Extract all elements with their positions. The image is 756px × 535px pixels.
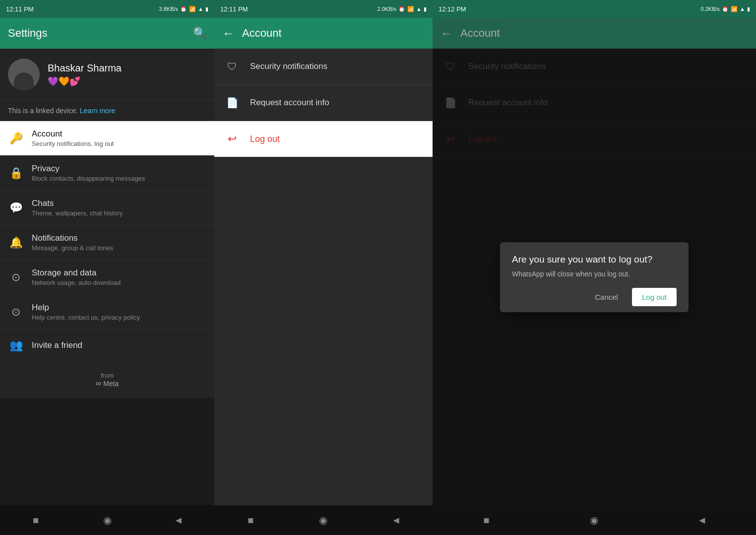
nav-bar-1: ■ ◉ ◄ <box>0 505 214 535</box>
nav-bar-3: ■ ◉ ◄ <box>433 505 756 535</box>
chat-icon: 💬 <box>8 200 24 216</box>
profile-info: Bhaskar Sharma 💜🧡💕 <box>48 63 122 87</box>
dialog-overlay: Are you sure you want to log out? WhatsA… <box>433 49 756 505</box>
linked-device-text: This is a linked device. <box>8 107 78 115</box>
nav-bar-2: ■ ◉ ◄ <box>214 505 433 535</box>
profile-name: Bhaskar Sharma <box>48 63 122 74</box>
back-button-2[interactable]: ← <box>222 26 234 40</box>
status-time-2: 12:11 PM <box>220 5 248 13</box>
account-subtitle: Security notifications, log out <box>32 140 114 147</box>
nav-back-1[interactable]: ◄ <box>169 510 189 530</box>
account-title-3: Account <box>460 27 748 40</box>
nav-square-2[interactable]: ■ <box>241 510 260 530</box>
nav-back-3[interactable]: ◄ <box>692 510 712 530</box>
account-content-2: 🛡 Security notifications 📄 Request accou… <box>214 49 433 505</box>
settings-title: Settings <box>8 27 187 40</box>
signal-icon-3: 📶 <box>731 6 738 12</box>
settings-item-notifications[interactable]: 🔔 Notifications Message, group & call to… <box>0 225 214 260</box>
dialog-title: Are you sure you want to log out? <box>512 254 677 265</box>
invite-item-text: Invite a friend <box>32 340 82 350</box>
chats-subtitle: Theme, wallpapers, chat history <box>32 209 123 217</box>
status-icons-1: 3.8KB/s ⏰ 📶 ▲ ▮ <box>159 6 208 12</box>
logout-title: Log out <box>250 134 280 144</box>
phone-2-account: 12:11 PM 2.0KB/s ⏰ 📶 ▲ ▮ ← Account 🛡 Sec… <box>214 0 433 535</box>
help-subtitle: Help centre, contact us, privacy policy <box>32 314 140 321</box>
status-time-3: 12:12 PM <box>439 5 466 13</box>
cancel-button[interactable]: Cancel <box>585 288 628 306</box>
privacy-title: Privacy <box>32 164 145 174</box>
storage-item-text: Storage and data Network usage, auto-dow… <box>32 268 121 286</box>
nav-circle-1[interactable]: ◉ <box>97 510 117 530</box>
back-button-3: ← <box>441 26 452 40</box>
nav-back-2[interactable]: ◄ <box>386 510 406 530</box>
settings-item-privacy[interactable]: 🔒 Privacy Block contacts, disappearing m… <box>0 156 214 191</box>
logout-icon-2: ↩ <box>224 131 240 147</box>
learn-more-link[interactable]: Learn more <box>80 107 116 115</box>
account-title-2: Account <box>242 27 425 40</box>
meta-infinity-icon: ∞ <box>96 379 101 388</box>
wifi-icon-2: ▲ <box>416 6 422 12</box>
wifi-icon-1: ▲ <box>198 6 203 12</box>
dialog-body: WhatsApp will close when you log out. <box>512 270 677 278</box>
battery-icon-1: ▮ <box>205 6 208 12</box>
settings-item-invite[interactable]: 👥 Invite a friend <box>0 330 214 362</box>
request-account-title: Request account info <box>250 98 329 108</box>
signal-icon-1: 📶 <box>189 6 196 12</box>
settings-item-help[interactable]: ⊙ Help Help centre, contact us, privacy … <box>0 295 214 330</box>
nav-square-3[interactable]: ■ <box>477 510 497 530</box>
status-bar-2: 12:11 PM 2.0KB/s ⏰ 📶 ▲ ▮ <box>214 0 433 18</box>
nav-square-1[interactable]: ■ <box>26 510 46 530</box>
settings-toolbar: Settings 🔍 <box>0 18 214 49</box>
request-account-item[interactable]: 📄 Request account info <box>214 85 433 121</box>
settings-item-chats[interactable]: 💬 Chats Theme, wallpapers, chat history <box>0 191 214 225</box>
avatar <box>8 59 40 90</box>
meta-logo: ∞ Meta <box>8 379 206 388</box>
notifications-title: Notifications <box>32 233 113 243</box>
doc-icon-2: 📄 <box>224 95 240 111</box>
phone-1-settings: 12:11 PM 3.8KB/s ⏰ 📶 ▲ ▮ Settings 🔍 Bhas… <box>0 0 214 535</box>
avatar-silhouette <box>8 59 40 90</box>
account-toolbar-2: ← Account <box>214 18 433 49</box>
chats-title: Chats <box>32 199 123 208</box>
meta-text: Meta <box>103 380 119 388</box>
settings-content: Bhaskar Sharma 💜🧡💕 This is a linked devi… <box>0 49 214 505</box>
logout-dialog: Are you sure you want to log out? WhatsA… <box>500 242 689 312</box>
logout-item[interactable]: ↩ Log out <box>214 121 433 157</box>
battery-icon-2: ▮ <box>424 6 427 12</box>
security-notifications-title: Security notifications <box>250 62 327 71</box>
phone-3-content: 🛡 Security notifications 📄 Request accou… <box>433 49 756 505</box>
avatar-body <box>14 72 34 90</box>
account-title: Account <box>32 129 114 139</box>
search-icon[interactable]: 🔍 <box>193 27 206 40</box>
network-speed-3: 0.2KB/s <box>701 6 720 12</box>
alarm-icon-3: ⏰ <box>722 6 729 12</box>
status-bar-3: 12:12 PM 0.2KB/s ⏰ 📶 ▲ ▮ <box>433 0 756 18</box>
account-toolbar-3: ← Account <box>433 18 756 49</box>
logout-confirm-button[interactable]: Log out <box>632 288 677 306</box>
status-icons-2: 2.0KB/s ⏰ 📶 ▲ ▮ <box>378 6 427 12</box>
nav-circle-3[interactable]: ◉ <box>584 510 604 530</box>
help-item-text: Help Help centre, contact us, privacy po… <box>32 303 140 321</box>
storage-icon: ⊙ <box>8 269 24 285</box>
wifi-icon-3: ▲ <box>740 6 745 12</box>
network-speed-1: 3.8KB/s <box>159 6 179 12</box>
notifications-subtitle: Message, group & call tones <box>32 244 113 252</box>
profile-section[interactable]: Bhaskar Sharma 💜🧡💕 <box>0 49 214 101</box>
status-icons-3: 0.2KB/s ⏰ 📶 ▲ ▮ <box>701 6 750 12</box>
alarm-icon-1: ⏰ <box>180 6 187 12</box>
status-time-1: 12:11 PM <box>6 5 34 13</box>
profile-emoji: 💜🧡💕 <box>48 76 122 87</box>
key-icon: 🔑 <box>8 131 24 146</box>
settings-footer: from ∞ Meta <box>0 362 214 398</box>
privacy-subtitle: Block contacts, disappearing messages <box>32 175 145 182</box>
security-notifications-item[interactable]: 🛡 Security notifications <box>214 49 433 85</box>
nav-circle-2[interactable]: ◉ <box>314 510 333 530</box>
dialog-actions: Cancel Log out <box>512 288 677 306</box>
storage-subtitle: Network usage, auto-download <box>32 279 121 286</box>
lock-icon: 🔒 <box>8 165 24 181</box>
settings-item-storage[interactable]: ⊙ Storage and data Network usage, auto-d… <box>0 260 214 295</box>
invite-title: Invite a friend <box>32 340 82 350</box>
alarm-icon-2: ⏰ <box>398 6 405 12</box>
settings-item-account[interactable]: 🔑 Account Security notifications, log ou… <box>0 121 214 156</box>
help-title: Help <box>32 303 140 313</box>
